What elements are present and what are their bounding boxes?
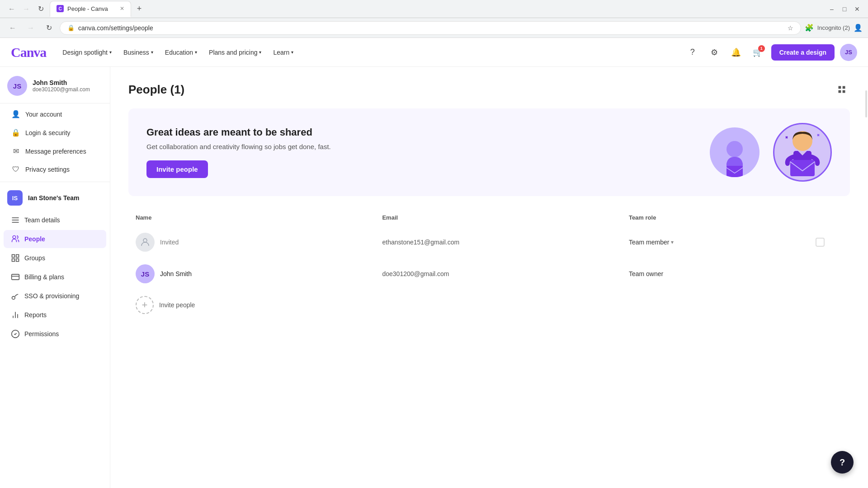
lock-icon: 🔒 xyxy=(11,128,21,137)
row-checkbox[interactable] xyxy=(816,238,825,247)
sidebar-item-privacy-settings[interactable]: 🛡 Privacy settings xyxy=(4,161,106,178)
canva-logo[interactable]: Canva xyxy=(11,45,46,60)
forward-nav-button[interactable]: → xyxy=(24,21,38,35)
extension-icon[interactable]: 🧩 xyxy=(805,23,814,32)
person-cell-invited: Invited xyxy=(136,233,375,252)
nav-plans-pricing[interactable]: Plans and pricing▾ xyxy=(203,45,267,60)
svg-rect-18 xyxy=(843,90,845,93)
address-bar-row: ← → ↻ 🔒 canva.com/settings/people ☆ 🧩 In… xyxy=(0,18,868,38)
table-header-row: Name Email Team role xyxy=(128,211,850,225)
chevron-down-icon: ▾ xyxy=(291,50,293,55)
secondary-avatar xyxy=(710,127,760,177)
invite-row[interactable]: + Invite people xyxy=(128,290,850,320)
help-nav-button[interactable]: ? xyxy=(684,44,701,61)
nav-design-spotlight[interactable]: Design spotlight▾ xyxy=(57,45,117,60)
sidebar: JS John Smith doe301200@gmail.com 👤 Your… xyxy=(0,67,110,488)
sidebar-item-label: Reports xyxy=(24,311,47,319)
user-avatar[interactable]: JS xyxy=(840,44,857,61)
svg-rect-7 xyxy=(16,259,19,262)
sidebar-item-label: Message preferences xyxy=(25,148,86,155)
table-row: JS John Smith doe301200@gmail.com Team o… xyxy=(128,258,850,290)
sidebar-item-label: Privacy settings xyxy=(25,166,70,173)
svg-rect-6 xyxy=(12,259,15,262)
sidebar-item-groups[interactable]: Groups xyxy=(4,249,106,267)
sidebar-item-permissions[interactable]: Permissions xyxy=(4,325,106,343)
cart-badge: 1 xyxy=(758,45,765,52)
grid-view-button[interactable] xyxy=(834,81,850,98)
sidebar-team-header[interactable]: IS Ian Stone's Team xyxy=(0,186,110,210)
sidebar-item-billing-plans[interactable]: Billing & plans xyxy=(4,268,106,286)
new-tab-button[interactable]: + xyxy=(133,3,146,15)
minimize-button[interactable]: – xyxy=(826,4,837,14)
svg-point-10 xyxy=(12,296,15,300)
refresh-nav-button[interactable]: ↻ xyxy=(42,21,56,35)
chevron-down-icon: ▾ xyxy=(195,50,197,55)
tab-close-icon[interactable]: ✕ xyxy=(120,5,124,12)
close-window-button[interactable]: ✕ xyxy=(852,4,863,14)
role-cell[interactable]: Team member ▾ xyxy=(629,239,808,246)
person-email: doe301200@gmail.com xyxy=(382,270,621,277)
sidebar-item-label: SSO & provisioning xyxy=(24,292,79,300)
people-table: Name Email Team role Invited ethanstone1… xyxy=(128,211,850,320)
list-icon xyxy=(11,216,20,225)
sidebar-item-sso-provisioning[interactable]: SSO & provisioning xyxy=(4,287,106,305)
notifications-nav-button[interactable]: 🔔 xyxy=(728,44,744,61)
sidebar-item-message-preferences[interactable]: ✉ Message preferences xyxy=(4,142,106,160)
person-name: Invited xyxy=(160,239,179,246)
svg-rect-4 xyxy=(12,255,15,258)
banner-illustration xyxy=(642,123,832,182)
app-navbar: Canva Design spotlight▾ Business▾ Educat… xyxy=(0,38,868,67)
key-icon xyxy=(11,291,20,300)
sidebar-item-your-account[interactable]: 👤 Your account xyxy=(4,105,106,123)
svg-rect-5 xyxy=(16,255,19,258)
grid-icon xyxy=(11,253,20,263)
help-fab-button[interactable]: ? xyxy=(831,451,854,474)
refresh-button[interactable]: ↻ xyxy=(34,3,47,15)
profile-icon[interactable]: 👤 xyxy=(854,23,863,32)
role-cell: Team owner xyxy=(629,270,808,277)
sidebar-user-section[interactable]: JS John Smith doe301200@gmail.com xyxy=(0,70,110,101)
incognito-label: Incognito (2) xyxy=(817,24,850,31)
sidebar-item-login-security[interactable]: 🔒 Login & security xyxy=(4,124,106,141)
sidebar-item-team-details[interactable]: Team details xyxy=(4,211,106,229)
settings-nav-button[interactable]: ⚙ xyxy=(706,44,722,61)
plus-circle-icon: + xyxy=(136,296,154,314)
person-email: ethanstone151@gmail.com xyxy=(382,239,621,246)
address-lock-icon: 🔒 xyxy=(67,24,75,31)
banner-description: Get collaboration and creativity flowing… xyxy=(146,143,409,150)
sidebar-divider xyxy=(0,103,110,103)
nav-education[interactable]: Education▾ xyxy=(160,45,203,60)
svg-rect-27 xyxy=(726,166,743,177)
cart-nav-button[interactable]: 🛒 1 xyxy=(750,44,766,61)
browser-chrome: ← → ↻ C People - Canva ✕ + – □ ✕ xyxy=(0,0,868,18)
back-nav-button[interactable]: ← xyxy=(5,21,20,35)
address-input[interactable]: 🔒 canva.com/settings/people ☆ xyxy=(60,21,801,35)
sidebar-item-label: Your account xyxy=(25,111,62,118)
chevron-down-icon: ▾ xyxy=(151,50,153,55)
col-header-action xyxy=(816,214,843,221)
sidebar-item-reports[interactable]: Reports xyxy=(4,306,106,324)
maximize-button[interactable]: □ xyxy=(839,4,850,14)
browser-tab-active[interactable]: C People - Canva ✕ xyxy=(50,1,131,17)
team-avatar: IS xyxy=(7,190,23,206)
main-content: People (1) Great ideas are meant to be s… xyxy=(110,67,868,488)
sidebar-item-label: Groups xyxy=(24,254,45,262)
shield-icon: 🛡 xyxy=(11,165,21,174)
forward-button[interactable]: → xyxy=(20,3,33,15)
chart-icon xyxy=(11,310,20,319)
sidebar-item-people[interactable]: People xyxy=(4,230,106,248)
col-header-role: Team role xyxy=(629,214,808,221)
nav-actions: ? ⚙ 🔔 🛒 1 Create a design JS xyxy=(684,44,857,61)
back-button[interactable]: ← xyxy=(5,3,18,15)
sidebar-divider xyxy=(0,182,110,182)
invite-people-banner-button[interactable]: Invite people xyxy=(146,160,208,178)
svg-point-26 xyxy=(726,141,743,157)
svg-rect-17 xyxy=(839,90,841,93)
create-design-button[interactable]: Create a design xyxy=(771,44,835,61)
invite-row-label: Invite people xyxy=(159,301,195,309)
nav-business[interactable]: Business▾ xyxy=(118,45,159,60)
nav-learn[interactable]: Learn▾ xyxy=(268,45,299,60)
bookmark-icon[interactable]: ☆ xyxy=(788,24,793,32)
svg-rect-8 xyxy=(12,274,19,280)
role-label: Team member xyxy=(629,239,669,246)
